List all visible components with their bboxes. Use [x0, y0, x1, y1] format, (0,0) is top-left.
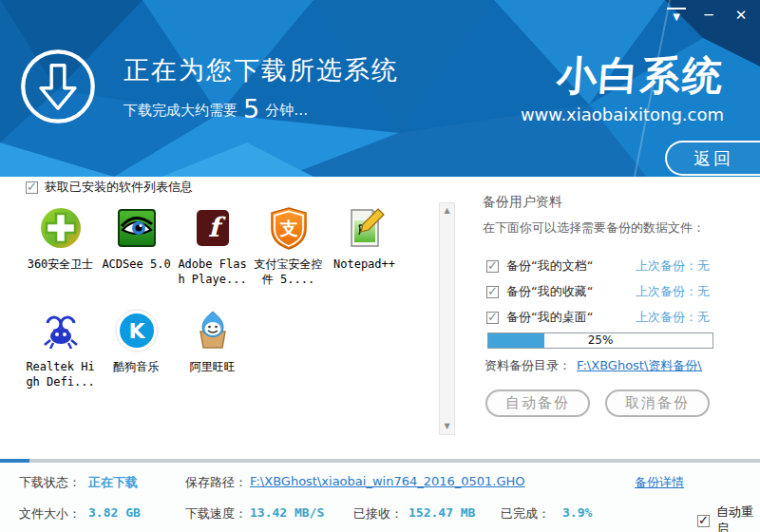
save-path-label: 保存路径： [185, 474, 247, 491]
backup-details-link[interactable]: 备份详情 [635, 474, 684, 491]
software-list: 360安全卫士 ACDSee 5.0 [23, 205, 412, 410]
received-value: 152.47 MB [408, 505, 475, 520]
file-size-label: 文件大小： [19, 505, 81, 522]
completed-label: 已完成： [501, 505, 550, 522]
page-subtitle: 下载完成大约需要 5 分钟… [124, 99, 308, 120]
last-backup-link[interactable]: 上次备份：无 [636, 283, 710, 300]
main-content: 获取已安装的软件列表信息 360安全卫士 [0, 177, 760, 459]
backup-documents-checkbox[interactable] [486, 260, 499, 273]
eta-minutes: 5 [243, 99, 259, 120]
software-item: Notepad++ [327, 205, 402, 287]
software-item: K 酷狗音乐 [99, 308, 174, 390]
backup-panel-title: 备份用户资料 [483, 194, 562, 211]
svg-text:支: 支 [278, 218, 297, 238]
backup-progress-label: 25% [487, 332, 713, 349]
acdsee-icon [114, 205, 160, 251]
received-label: 已接收： [353, 505, 403, 522]
360-safety-guard-icon [38, 205, 84, 251]
backup-item-label: 备份“我的收藏“ [506, 283, 628, 300]
software-item-label: 支付宝安全控件 5.... [254, 257, 324, 287]
installed-software-row: 获取已安装的软件列表信息 [26, 179, 193, 196]
backup-item-desktop: 备份“我的桌面“ 上次备份：无 [486, 309, 752, 326]
backup-dir-link[interactable]: F:\XBGhost\资料备份\ [577, 357, 702, 374]
backup-item-label: 备份“我的桌面“ [506, 309, 628, 326]
svg-text:K: K [128, 319, 145, 343]
skin-menu-icon[interactable]: ▼ [667, 8, 686, 25]
subtitle-suffix: 分钟… [265, 102, 308, 120]
aliwangwang-icon [190, 308, 236, 353]
download-icon [19, 48, 97, 125]
scroll-down-icon[interactable]: ▼ [440, 419, 454, 434]
backup-dir-label: 资料备份目录： [484, 357, 571, 374]
download-status-label: 下载状态： [19, 474, 81, 491]
save-path-link[interactable]: F:\XBGhost\xiaobai_win764_2016_0501.GHO [250, 474, 525, 488]
file-size-value: 3.82 GB [88, 505, 141, 520]
last-backup-link[interactable]: 上次备份：无 [636, 309, 710, 326]
subtitle-prefix: 下载完成大约需要 [124, 102, 238, 120]
installed-software-label: 获取已安装的软件列表信息 [45, 179, 193, 196]
software-item: 支 支付宝安全控件 5.... [251, 205, 326, 287]
software-item: 阿里旺旺 [175, 308, 250, 390]
header: ▼ ─ ✕ 正在为您下载所选系统 下载完成大约需要 5 分钟… 小白系统 www… [0, 0, 760, 177]
auto-restart-checkbox[interactable] [697, 515, 710, 527]
kugou-music-icon: K [114, 308, 160, 353]
completed-value: 3.9% [562, 505, 592, 520]
page-title: 正在为您下载所选系统 [124, 53, 399, 87]
software-item-label: Realtek High Defi... [26, 360, 96, 390]
download-speed-value: 13.42 MB/S [250, 505, 324, 520]
software-item-label: 阿里旺旺 [178, 360, 248, 375]
backup-desktop-checkbox[interactable] [486, 312, 499, 324]
last-backup-link[interactable]: 上次备份：无 [636, 257, 710, 275]
auto-restart-label: 自动重启 [716, 504, 760, 532]
cancel-backup-button[interactable]: 取消备份 [605, 390, 710, 417]
software-item: ACDSee 5.0 [99, 205, 174, 287]
status-bar: 下载状态： 正在下载 保存路径： F:\XBGhost\xiaobai_win7… [0, 459, 760, 532]
backup-item-label: 备份“我的文档“ [506, 257, 628, 275]
auto-restart-row: 自动重启 [697, 504, 760, 532]
software-item-label: Adobe Flash Playe... [178, 257, 248, 287]
software-item: f Adobe Flash Playe... [175, 205, 250, 287]
download-status-value: 正在下载 [88, 474, 138, 491]
software-item-label: 360安全卫士 [26, 257, 96, 273]
close-icon[interactable]: ✕ [732, 6, 750, 25]
brand-website: www.xiaobaixitong.com [521, 104, 724, 124]
backup-item-documents: 备份“我的文档“ 上次备份：无 [486, 257, 752, 275]
download-progress-track [0, 459, 760, 463]
software-item-label: ACDSee 5.0 [102, 257, 172, 273]
adobe-flash-icon: f [190, 205, 236, 251]
realtek-hd-audio-icon [38, 308, 84, 353]
minimize-icon[interactable]: ─ [699, 6, 718, 25]
alipay-security-icon: 支 [266, 205, 312, 251]
mini-progress-fill [0, 459, 29, 463]
scroll-up-icon[interactable]: ▲ [440, 203, 454, 218]
backup-dir-row: 资料备份目录： F:\XBGhost\资料备份\ [484, 357, 702, 374]
list-scrollbar[interactable]: ▲ ▼ [439, 202, 455, 435]
software-item: Realtek High Defi... [23, 308, 98, 390]
backup-item-favorites: 备份“我的收藏“ 上次备份：无 [486, 283, 752, 300]
backup-favorites-checkbox[interactable] [486, 286, 499, 298]
software-item-label: 酷狗音乐 [102, 360, 172, 375]
brand-logo: 小白系统 [519, 49, 726, 103]
software-item-label: Notepad++ [330, 257, 400, 273]
software-item: 360安全卫士 [23, 205, 98, 287]
notepad-plus-plus-icon [342, 205, 388, 251]
installed-software-checkbox[interactable] [26, 181, 38, 194]
auto-backup-button[interactable]: 自动备份 [485, 390, 590, 417]
download-speed-label: 下载速度： [185, 505, 247, 522]
brand: 小白系统 www.xiaobaixitong.com [521, 49, 724, 124]
back-button[interactable]: 返回 [665, 141, 760, 176]
window-controls: ▼ ─ ✕ [667, 6, 750, 25]
app-window: ▼ ─ ✕ 正在为您下载所选系统 下载完成大约需要 5 分钟… 小白系统 www… [0, 0, 760, 532]
backup-description: 在下面你可以选择需要备份的数据文件： [483, 219, 705, 237]
